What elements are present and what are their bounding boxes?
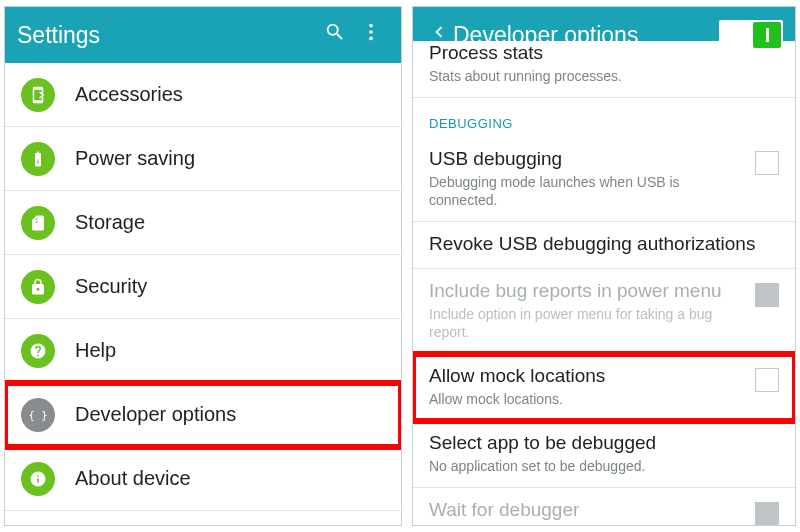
setting-title: Wait for debugger — [429, 498, 743, 522]
section-header-debugging: DEBUGGING — [413, 98, 795, 137]
setting-title: USB debugging — [429, 147, 743, 171]
settings-titlebar: Settings — [5, 7, 401, 63]
checkbox[interactable] — [755, 151, 779, 175]
setting-title: Select app to be debugged — [429, 431, 779, 455]
setting-subtitle: Debugging mode launches when USB is conn… — [429, 173, 743, 209]
storage-icon — [21, 206, 55, 240]
developer-options-master-toggle[interactable] — [719, 20, 783, 50]
settings-list[interactable]: Accessories Power saving Storage Securit… — [5, 63, 401, 526]
setting-title: Include bug reports in power menu — [429, 279, 743, 303]
settings-item-label: Power saving — [75, 147, 195, 170]
about-device-icon — [21, 462, 55, 496]
search-button[interactable] — [317, 17, 353, 53]
setting-allow-mock-locations[interactable]: Allow mock locations Allow mock location… — [413, 354, 795, 421]
svg-point-2 — [369, 37, 373, 41]
setting-title: Allow mock locations — [429, 364, 743, 388]
settings-item-security[interactable]: Security — [5, 255, 401, 319]
toggle-knob — [753, 22, 781, 48]
search-icon — [324, 21, 346, 49]
settings-screen: Settings Accessories — [4, 6, 402, 526]
setting-usb-debugging[interactable]: USB debugging Debugging mode launches wh… — [413, 137, 795, 222]
section-header-applications: APPLICATIONS — [5, 511, 401, 526]
power-saving-icon — [21, 142, 55, 176]
setting-subtitle: Include option in power menu for taking … — [429, 305, 743, 341]
developer-options-screen: Developer options Process stats Stats ab… — [412, 6, 796, 526]
settings-title: Settings — [17, 22, 317, 49]
settings-item-help[interactable]: Help — [5, 319, 401, 383]
checkbox — [755, 502, 779, 526]
setting-select-app-to-debug[interactable]: Select app to be debugged No application… — [413, 421, 795, 488]
svg-text:{ }: { } — [29, 408, 47, 420]
settings-item-label: Storage — [75, 211, 145, 234]
developer-options-icon: { } — [21, 398, 55, 432]
setting-title: Revoke USB debugging authorizations — [429, 232, 779, 256]
settings-item-label: Help — [75, 339, 116, 362]
more-vert-icon — [360, 21, 382, 49]
settings-item-power-saving[interactable]: Power saving — [5, 127, 401, 191]
svg-point-0 — [369, 24, 373, 28]
setting-wait-for-debugger: Wait for debugger The application you ha… — [413, 488, 795, 526]
settings-item-label: Security — [75, 275, 147, 298]
settings-item-storage[interactable]: Storage — [5, 191, 401, 255]
setting-subtitle: The application you have selected will o… — [429, 524, 743, 526]
settings-item-label: Accessories — [75, 83, 183, 106]
overflow-menu-button[interactable] — [353, 17, 389, 53]
setting-subtitle: Stats about running processes. — [429, 67, 779, 85]
setting-include-bug-reports: Include bug reports in power menu Includ… — [413, 269, 795, 354]
developer-options-list[interactable]: Process stats Stats about running proces… — [413, 41, 795, 526]
settings-item-label: Developer options — [75, 403, 236, 426]
setting-revoke-usb-debugging[interactable]: Revoke USB debugging authorizations — [413, 222, 795, 269]
settings-item-accessories[interactable]: Accessories — [5, 63, 401, 127]
help-icon — [21, 334, 55, 368]
svg-point-1 — [369, 30, 373, 34]
security-icon — [21, 270, 55, 304]
settings-item-about-device[interactable]: About device — [5, 447, 401, 511]
settings-item-developer-options[interactable]: { } Developer options — [5, 383, 401, 447]
checkbox — [755, 283, 779, 307]
setting-subtitle: No application set to be debugged. — [429, 457, 779, 475]
settings-item-label: About device — [75, 467, 191, 490]
setting-subtitle: Allow mock locations. — [429, 390, 743, 408]
accessories-icon — [21, 78, 55, 112]
checkbox[interactable] — [755, 368, 779, 392]
